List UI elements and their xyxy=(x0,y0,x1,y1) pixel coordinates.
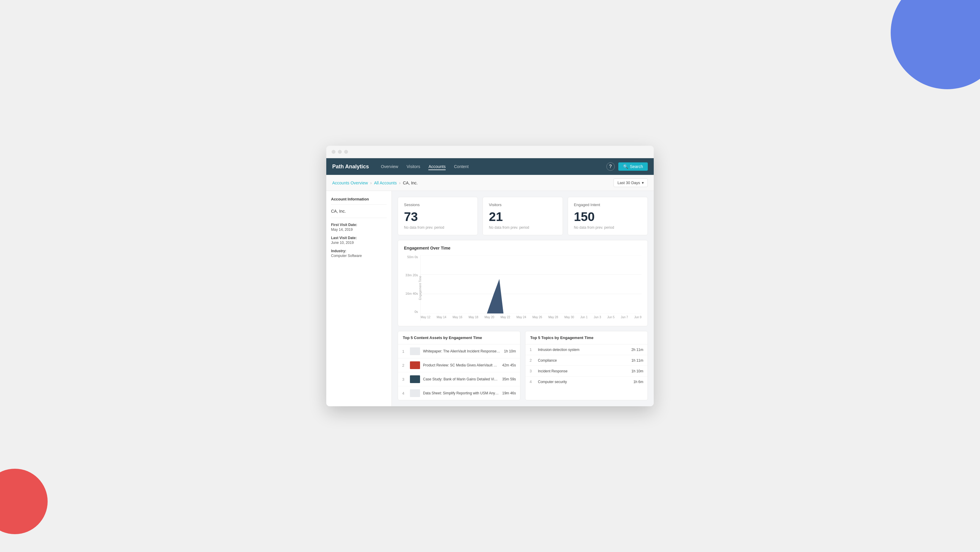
breadcrumb-sep-1: › xyxy=(370,181,372,185)
engaged-intent-number: 150 xyxy=(574,211,641,223)
search-label: Search xyxy=(630,164,643,169)
x-label-11: Jun 3 xyxy=(594,316,601,319)
breadcrumb-bar: Accounts Overview › All Accounts › CA, I… xyxy=(326,175,654,191)
topic-name-4: Computer security xyxy=(538,380,630,384)
nav-links: Overview Visitors Accounts Content xyxy=(381,163,606,170)
content-row-num-3: 3 xyxy=(402,377,407,382)
nav-accounts[interactable]: Accounts xyxy=(428,163,445,170)
x-label-0: May 12 xyxy=(421,316,430,319)
first-visit-field: First Visit Date: May 14, 2019 xyxy=(331,223,387,232)
date-filter-label: Last 30 Days xyxy=(617,181,640,185)
last-visit-label: Last Visit Date: xyxy=(331,236,387,240)
date-filter-dropdown[interactable]: Last 30 Days ▾ xyxy=(614,178,648,187)
search-button[interactable]: 🔍 Search xyxy=(618,162,648,171)
last-visit-field: Last Visit Date: June 10, 2019 xyxy=(331,236,387,245)
nav-actions: ? 🔍 Search xyxy=(606,162,648,171)
topic-time-1: 2h 11m xyxy=(632,348,643,352)
topic-row-2: 2 Compliance 1h 11m xyxy=(525,355,648,366)
x-label-14: Jun 9 xyxy=(634,316,641,319)
nav-visitors[interactable]: Visitors xyxy=(407,163,420,170)
breadcrumb: Accounts Overview › All Accounts › CA, I… xyxy=(332,181,418,185)
browser-window: Path Analytics Overview Visitors Account… xyxy=(326,146,654,406)
x-label-9: May 30 xyxy=(565,316,574,319)
last-visit-value: June 10, 2019 xyxy=(331,241,387,245)
x-label-6: May 24 xyxy=(517,316,526,319)
y-label-3: 0s xyxy=(414,310,418,314)
topic-time-4: 1h 6m xyxy=(633,380,643,384)
x-label-4: May 20 xyxy=(485,316,495,319)
sidebar-account-name: CA, Inc. xyxy=(331,209,387,218)
content-thumb-3 xyxy=(410,375,420,383)
browser-dot-1 xyxy=(332,150,336,154)
x-label-8: May 28 xyxy=(548,316,558,319)
x-label-3: May 18 xyxy=(469,316,478,319)
decorative-circle-blue xyxy=(891,0,980,89)
content-row-num-2: 2 xyxy=(402,363,407,368)
content-time-2: 42m 45s xyxy=(502,363,516,367)
first-visit-value: May 14, 2019 xyxy=(331,227,387,232)
visitors-title: Visitors xyxy=(489,203,556,207)
sidebar: Account Information CA, Inc. First Visit… xyxy=(326,191,392,406)
engaged-intent-title: Engaged Intent xyxy=(574,203,641,207)
x-label-5: May 22 xyxy=(500,316,510,319)
decorative-circle-red xyxy=(0,469,48,534)
breadcrumb-current: CA, Inc. xyxy=(403,181,418,185)
content-row-4: 4 Data Sheet: Simplify Reporting with US… xyxy=(398,386,520,400)
x-label-13: Jun 7 xyxy=(621,316,628,319)
svg-marker-4 xyxy=(487,279,504,314)
chart-container: 50m 0s 33m 20s 16m 40s 0s Engagement Tim… xyxy=(404,255,641,320)
x-label-12: Jun 5 xyxy=(607,316,614,319)
industry-value: Computer Software xyxy=(331,254,387,258)
content-assets-header: Top 5 Content Assets by Engagement Time xyxy=(398,332,520,344)
top-nav: Path Analytics Overview Visitors Account… xyxy=(326,158,654,175)
browser-dot-2 xyxy=(338,150,342,154)
topic-name-2: Compliance xyxy=(538,358,628,363)
x-label-10: Jun 1 xyxy=(580,316,587,319)
sessions-title: Sessions xyxy=(404,203,471,207)
chart-svg xyxy=(421,255,641,314)
visitors-card: Visitors 21 No data from prev. period xyxy=(482,197,563,235)
chevron-down-icon: ▾ xyxy=(642,181,644,185)
browser-chrome xyxy=(326,146,654,158)
content-area: Sessions 73 No data from prev. period Vi… xyxy=(392,191,654,406)
engagement-chart-card: Engagement Over Time 50m 0s 33m 20s 16m … xyxy=(398,240,648,326)
topic-row-1: 1 Intrusion detection system 2h 11m xyxy=(525,344,648,355)
topic-row-3: 3 Incident Response 1h 10m xyxy=(525,366,648,376)
visitors-number: 21 xyxy=(489,211,556,223)
tables-row: Top 5 Content Assets by Engagement Time … xyxy=(398,331,648,400)
topic-num-3: 3 xyxy=(530,369,535,373)
sessions-sub: No data from prev. period xyxy=(404,225,471,230)
content-thumb-1 xyxy=(410,347,420,355)
sessions-card: Sessions 73 No data from prev. period xyxy=(398,197,478,235)
content-title-1: Whitepaper: The AlienVault Incident Resp… xyxy=(423,349,501,353)
content-title-3: Case Study: Bank of Marin Gains Detailed… xyxy=(423,377,499,381)
topic-time-2: 1h 11m xyxy=(632,358,643,363)
content-row-1: 1 Whitepaper: The AlienVault Incident Re… xyxy=(398,344,520,358)
breadcrumb-sep-2: › xyxy=(399,181,401,185)
breadcrumb-all-accounts[interactable]: All Accounts xyxy=(374,181,397,185)
y-label-0: 50m 0s xyxy=(407,255,418,259)
y-label-2: 16m 40s xyxy=(406,292,418,295)
chart-title: Engagement Over Time xyxy=(404,246,641,251)
breadcrumb-accounts-overview[interactable]: Accounts Overview xyxy=(332,181,368,185)
help-button[interactable]: ? xyxy=(606,162,615,171)
x-label-1: May 14 xyxy=(437,316,447,319)
nav-content[interactable]: Content xyxy=(454,163,469,170)
content-assets-table: Top 5 Content Assets by Engagement Time … xyxy=(398,331,520,400)
visitors-sub: No data from prev. period xyxy=(489,225,556,230)
sidebar-section-title: Account Information xyxy=(331,197,387,205)
topic-num-2: 2 xyxy=(530,358,535,363)
app-title: Path Analytics xyxy=(332,163,369,170)
engaged-intent-sub: No data from prev. period xyxy=(574,225,641,230)
topic-num-4: 4 xyxy=(530,379,535,384)
x-axis-labels: May 12 May 14 May 16 May 18 May 20 May 2… xyxy=(421,314,641,320)
nav-overview[interactable]: Overview xyxy=(381,163,398,170)
y-label-1: 33m 20s xyxy=(406,273,418,277)
stats-row: Sessions 73 No data from prev. period Vi… xyxy=(398,197,648,235)
content-time-1: 1h 10m xyxy=(504,349,516,353)
content-row-num-4: 4 xyxy=(402,391,407,395)
content-row-3: 3 Case Study: Bank of Marin Gains Detail… xyxy=(398,372,520,386)
content-time-4: 19m 46s xyxy=(502,391,516,395)
industry-label: Industry: xyxy=(331,249,387,253)
search-icon: 🔍 xyxy=(623,164,628,169)
